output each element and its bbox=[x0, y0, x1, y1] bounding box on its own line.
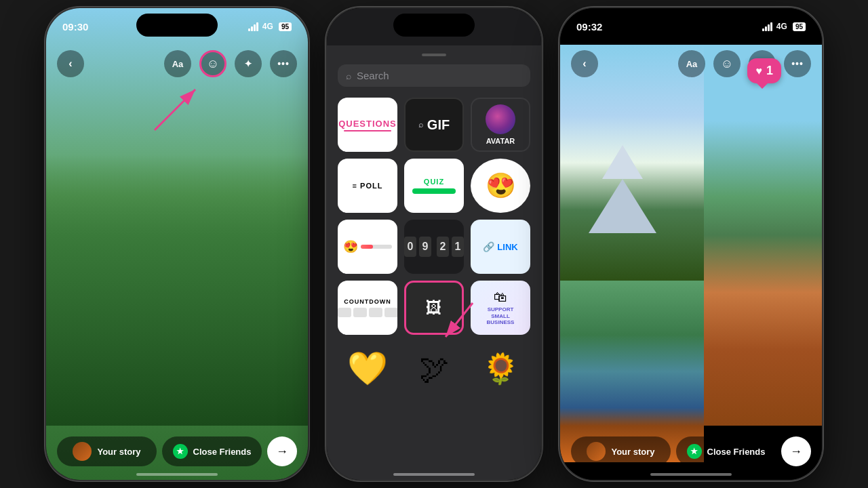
text-tool-button-1[interactable]: Aa bbox=[164, 50, 191, 77]
status-time-3: 09:32 bbox=[576, 21, 602, 33]
share-icon-1: → bbox=[276, 445, 288, 459]
autumn-scene bbox=[704, 45, 822, 426]
search-icon: ⌕ bbox=[346, 70, 351, 81]
timer-d4: 1 bbox=[452, 237, 464, 257]
sticker-emoji-slider[interactable]: 😍 bbox=[338, 220, 397, 274]
back-button-1[interactable]: ‹ bbox=[57, 50, 84, 77]
like-reaction-badge[interactable]: ♥ 1 bbox=[747, 58, 781, 83]
back-button-3[interactable]: ‹ bbox=[571, 50, 598, 77]
toolbar-center-1: Aa ☺ ✦ ••• bbox=[164, 50, 297, 77]
effects-button-1[interactable]: ✦ bbox=[235, 50, 262, 77]
sticker-timer[interactable]: 0 9 2 1 bbox=[404, 220, 464, 274]
dynamic-island-3 bbox=[650, 14, 732, 37]
your-story-button-1[interactable]: Your story bbox=[57, 436, 157, 466]
sticker-emoji-face[interactable]: 😍 bbox=[471, 159, 530, 213]
timer-d2: 9 bbox=[419, 237, 431, 257]
quiz-title: QUIZ bbox=[424, 178, 444, 186]
countdown-box-2 bbox=[353, 308, 367, 317]
peace-sunflower-icon: 🌻 bbox=[482, 351, 519, 386]
sticker-button-3[interactable]: ☺ bbox=[713, 50, 741, 77]
search-bar[interactable]: ⌕ Search bbox=[338, 64, 530, 87]
link-label: LINK bbox=[497, 242, 517, 252]
timer-d1: 0 bbox=[404, 237, 416, 257]
toolbar-center-3: Aa ☺ ✦ ••• bbox=[678, 50, 811, 77]
effects-icon-1: ✦ bbox=[244, 58, 252, 69]
sticker-button-1[interactable]: ☺ bbox=[199, 50, 226, 77]
ukraine-heart-icon: 💛 bbox=[347, 350, 388, 388]
dynamic-island-1 bbox=[136, 14, 218, 37]
story-image-lake bbox=[560, 281, 704, 462]
more-button-3[interactable]: ••• bbox=[784, 50, 811, 77]
home-indicator-2 bbox=[393, 473, 475, 476]
signal-bars-3 bbox=[762, 22, 772, 31]
close-friends-icon-1: ★ bbox=[173, 444, 188, 459]
signal-bars-1 bbox=[248, 22, 258, 31]
close-friends-label-1: Close Friends bbox=[193, 447, 252, 457]
timer-d3: 2 bbox=[437, 237, 449, 257]
link-chain-icon: 🔗 bbox=[483, 241, 494, 252]
share-icon-3: → bbox=[790, 445, 802, 459]
status-time-1: 09:30 bbox=[62, 21, 88, 33]
close-friends-button-3[interactable]: ★ Close Friends bbox=[676, 436, 776, 466]
sticker-peace-sunflower[interactable]: 🌻 bbox=[471, 342, 530, 396]
back-icon-1: ‹ bbox=[68, 58, 72, 70]
sticker-sheet: ⌕ Search QUESTIONS ⌕ GIF AVATAR ≡ POLL bbox=[327, 45, 541, 480]
your-story-button-3[interactable]: Your story bbox=[571, 436, 671, 466]
avatar-label: AVATAR bbox=[486, 137, 515, 145]
story-bottom-bar-1: Your story ★ Close Friends → bbox=[46, 436, 308, 466]
sticker-quiz[interactable]: QUIZ bbox=[404, 159, 464, 213]
sticker-avatar[interactable]: AVATAR bbox=[471, 98, 530, 152]
more-button-1[interactable]: ••• bbox=[270, 50, 297, 77]
questions-line bbox=[344, 130, 391, 131]
home-indicator-1 bbox=[136, 473, 218, 476]
more-icon-3: ••• bbox=[791, 58, 804, 69]
lake-scene bbox=[560, 281, 704, 462]
svg-line-3 bbox=[446, 303, 473, 337]
drag-handle bbox=[422, 54, 446, 56]
share-button-3[interactable]: → bbox=[781, 436, 811, 466]
like-count: 1 bbox=[766, 64, 773, 78]
countdown-box-1 bbox=[338, 308, 351, 317]
close-friends-button-1[interactable]: ★ Close Friends bbox=[162, 436, 262, 466]
network-type-3: 4G bbox=[776, 22, 787, 31]
search-placeholder: Search bbox=[357, 70, 389, 81]
sticker-questions[interactable]: QUESTIONS bbox=[338, 98, 397, 152]
sticker-icon-1: ☺ bbox=[207, 57, 219, 71]
home-indicator-3 bbox=[650, 473, 732, 476]
avatar-circle bbox=[486, 104, 515, 134]
sticker-poll[interactable]: ≡ POLL bbox=[338, 159, 397, 213]
mountain-shape bbox=[589, 179, 656, 233]
sticker-ukraine-heart[interactable]: 💛 bbox=[338, 342, 397, 396]
like-heart-icon: ♥ bbox=[755, 65, 762, 77]
battery-3: 95 bbox=[793, 22, 806, 31]
sticker-link[interactable]: 🔗 LINK bbox=[471, 220, 530, 274]
support-text: SUPPORTSMALLBUSINESS bbox=[487, 306, 515, 326]
dynamic-island-2 bbox=[393, 14, 475, 37]
gif-search-icon: ⌕ bbox=[418, 120, 423, 129]
sticker-gif[interactable]: ⌕ GIF bbox=[404, 98, 464, 152]
emoji-slider-track bbox=[361, 245, 392, 249]
gif-label: GIF bbox=[427, 117, 450, 133]
share-button-1[interactable]: → bbox=[267, 436, 297, 466]
your-story-label-3: Your story bbox=[611, 447, 654, 457]
network-type-1: 4G bbox=[262, 22, 273, 31]
close-friends-icon-3: ★ bbox=[687, 444, 702, 459]
sticker-peace-dove[interactable]: 🕊 bbox=[404, 342, 464, 396]
peace-dove-icon: 🕊 bbox=[419, 352, 449, 386]
story-bottom-bar-3: Your story ★ Close Friends → bbox=[560, 436, 822, 466]
phone-3: 09:32 4G 95 ♥ 1 ‹ bbox=[559, 7, 823, 481]
text-tool-label-3: Aa bbox=[686, 59, 698, 69]
countdown-title: COUNTDOWN bbox=[344, 298, 391, 305]
arrow-indicator-1 bbox=[141, 83, 209, 140]
sticker-grid: QUESTIONS ⌕ GIF AVATAR ≡ POLL QUIZ 😍 bbox=[338, 98, 530, 396]
sticker-countdown[interactable]: COUNTDOWN bbox=[338, 281, 397, 335]
grass-overlay bbox=[46, 155, 308, 426]
like-badge-notch bbox=[757, 83, 768, 89]
more-icon-1: ••• bbox=[277, 58, 290, 69]
countdown-boxes bbox=[338, 308, 397, 317]
text-tool-button-3[interactable]: Aa bbox=[678, 50, 705, 77]
status-icons-1: 4G 95 bbox=[248, 22, 292, 31]
phone-1: 09:30 4G 95 ‹ Aa ☺ ✦ bbox=[45, 7, 309, 481]
story-toolbar-3: ‹ Aa ☺ ✦ ••• bbox=[560, 45, 822, 83]
battery-1: 95 bbox=[279, 22, 292, 31]
